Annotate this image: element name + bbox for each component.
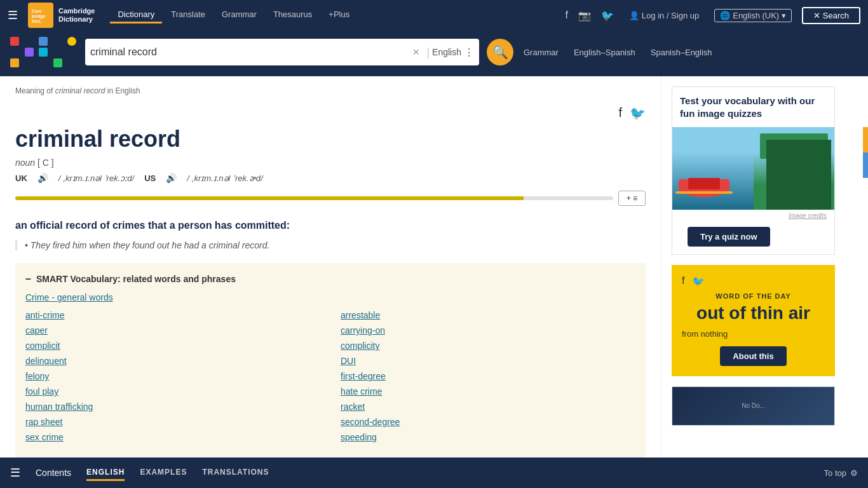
logo-text: Cambridge Dictionary <box>58 7 95 24</box>
quiz-title: Test your vocabulary with our fun image … <box>672 87 834 127</box>
progress-bar <box>15 196 613 200</box>
share-row: f 🐦 <box>15 105 646 121</box>
subnav-english-spanish[interactable]: English–Spanish <box>574 45 635 60</box>
content-area: Meaning of criminal record in English f … <box>0 76 661 468</box>
accent-bars <box>863 127 868 178</box>
vocab-link-carrying-on[interactable]: carrying-on <box>341 325 635 336</box>
search-input[interactable] <box>90 46 409 58</box>
nav-grammar[interactable]: Grammar <box>214 7 264 24</box>
language-selector[interactable]: 🌐 English (UK) ▾ <box>714 9 792 22</box>
sidebar: Test your vocabulary with our fun image … <box>661 76 845 468</box>
vocab-link-sex-crime[interactable]: sex crime <box>25 432 320 442</box>
us-speaker-icon[interactable]: 🔊 <box>166 173 177 183</box>
nav-plus[interactable]: +Plus <box>321 7 357 24</box>
cambridge-logo: Cam bridge Dict. <box>28 3 53 28</box>
usage-example: • They fired him when they found out he … <box>15 240 646 250</box>
hamburger-icon[interactable]: ☰ <box>8 8 18 22</box>
top-nav-links: Dictionary Translate Grammar Thesaurus +… <box>110 7 357 24</box>
vocab-link-foul-play[interactable]: foul play <box>25 386 320 396</box>
vocab-link-first-degree[interactable]: first-degree <box>341 371 635 381</box>
word-of-day-section: f 🐦 WORD OF THE DAY out of thin air from… <box>672 265 835 376</box>
subnav-grammar[interactable]: Grammar <box>524 45 559 60</box>
shape-orange-sq <box>10 58 19 67</box>
vocab-link-complicit[interactable]: complicit <box>25 341 320 351</box>
smart-vocab-header[interactable]: – SMART Vocabulary: related words and ph… <box>25 273 635 285</box>
word-definition: an official record of crimes that a pers… <box>15 219 646 233</box>
bottom-hamburger-icon[interactable]: ☰ <box>10 466 20 468</box>
main-layout: Meaning of criminal record in English f … <box>0 76 868 468</box>
bottom-tab-examples[interactable]: EXAMPLES <box>140 465 187 468</box>
wod-facebook-icon[interactable]: f <box>682 275 684 287</box>
svg-text:Cam: Cam <box>32 9 41 13</box>
options-icon[interactable]: ⋮ <box>464 46 474 58</box>
nav-dictionary[interactable]: Dictionary <box>110 7 162 24</box>
wod-label: WORD OF THE DAY <box>682 292 825 300</box>
sidebar-bottom: No Do... <box>672 386 835 426</box>
bullet-point: • <box>25 240 31 250</box>
search-go-button[interactable]: 🔍 <box>487 39 513 65</box>
twitter-share-icon[interactable]: 🐦 <box>630 105 646 121</box>
smart-vocab-section: – SMART Vocabulary: related words and ph… <box>15 263 646 458</box>
search-button-top[interactable]: ✕ Search <box>802 7 860 24</box>
shape-purple-sq <box>25 48 34 57</box>
clear-icon[interactable]: ✕ <box>412 47 420 57</box>
image-credits-link[interactable]: Image credits <box>672 210 834 222</box>
facebook-icon[interactable]: f <box>565 10 567 21</box>
bottom-navigation: ☰ Contents ENGLISH EXAMPLES TRANSLATIONS… <box>0 458 868 468</box>
wod-about-button[interactable]: About this <box>720 346 786 366</box>
vocab-link-human-trafficking[interactable]: human trafficking <box>25 402 320 412</box>
progress-bar-area: + ≡ <box>15 191 646 206</box>
wod-twitter-icon[interactable]: 🐦 <box>692 275 705 287</box>
wod-social-row: f 🐦 <box>682 275 825 287</box>
vocab-link-hate-crime[interactable]: hate crime <box>341 386 635 396</box>
wod-definition: from nothing <box>682 329 825 339</box>
shape-yellow-circle <box>67 37 76 46</box>
collapse-icon: – <box>25 273 31 285</box>
nav-thesaurus[interactable]: Thesaurus <box>266 7 320 24</box>
globe-icon: 🌐 <box>720 11 730 20</box>
decorative-shapes <box>10 37 80 67</box>
instagram-icon[interactable]: 📷 <box>578 10 591 22</box>
sub-navigation: Grammar English–Spanish Spanish–English <box>524 45 712 60</box>
breadcrumb: Meaning of criminal record in English <box>15 86 646 95</box>
shape-cyan-sq <box>39 48 48 57</box>
vocab-link-complicity[interactable]: complicity <box>341 341 635 351</box>
crime-category-link[interactable]: Crime - general words <box>25 292 635 302</box>
quiz-image <box>672 127 834 210</box>
vocab-link-rap-sheet[interactable]: rap sheet <box>25 417 320 427</box>
vocab-link-speeding[interactable]: speeding <box>341 432 635 442</box>
vocab-col-2: arrestable carrying-on complicity DUI fi… <box>341 310 635 447</box>
vocab-link-arrestable[interactable]: arrestable <box>341 310 635 320</box>
search-input-wrapper: ✕ | English ⋮ <box>85 39 479 65</box>
vocab-link-caper[interactable]: caper <box>25 325 320 336</box>
vocab-link-racket[interactable]: racket <box>341 402 635 412</box>
vocab-link-dui[interactable]: DUI <box>341 356 635 366</box>
add-to-list-button[interactable]: + ≡ <box>618 191 646 206</box>
vocab-link-felony[interactable]: felony <box>25 371 320 381</box>
pronunciation-row: UK 🔊 / ˌkrɪm.ɪ.nəl ˈrek.ɔːd/ US 🔊 / ˌkrɪ… <box>15 173 646 183</box>
vocab-link-anti-crime[interactable]: anti-crime <box>25 310 320 320</box>
social-icons: f 📷 🐦 <box>565 10 613 22</box>
svg-text:bridge: bridge <box>32 14 45 19</box>
logo-area[interactable]: Cam bridge Dict. Cambridge Dictionary <box>28 3 95 28</box>
quiz-section: Test your vocabulary with our fun image … <box>672 86 835 255</box>
bottom-tab-translations[interactable]: TRANSLATIONS <box>202 465 269 468</box>
subnav-spanish-english[interactable]: Spanish–English <box>651 45 712 60</box>
vocab-col-1: anti-crime caper complicit delinquent fe… <box>25 310 320 447</box>
login-button[interactable]: 👤 Log in / Sign up <box>629 11 699 20</box>
uk-speaker-icon[interactable]: 🔊 <box>37 173 48 183</box>
shape-green-sq <box>53 58 62 67</box>
vocab-link-second-degree[interactable]: second-degree <box>341 417 635 427</box>
twitter-icon[interactable]: 🐦 <box>601 10 614 22</box>
facebook-share-icon[interactable]: f <box>618 105 622 121</box>
try-quiz-button[interactable]: Try a quiz now <box>688 227 770 247</box>
vocab-link-delinquent[interactable]: delinquent <box>25 356 320 366</box>
search-lang-label: English <box>432 47 461 57</box>
search-bar-area: ✕ | English ⋮ 🔍 Grammar English–Spanish … <box>0 30 868 76</box>
nav-translate[interactable]: Translate <box>163 7 213 24</box>
top-navigation: ☰ Cam bridge Dict. Cambridge Dictionary … <box>0 0 868 30</box>
accent-bar-orange <box>863 127 868 152</box>
shape-blue-sq <box>39 37 48 46</box>
bottom-tab-english[interactable]: ENGLISH <box>86 465 125 468</box>
wod-word: out of thin air <box>682 302 825 324</box>
